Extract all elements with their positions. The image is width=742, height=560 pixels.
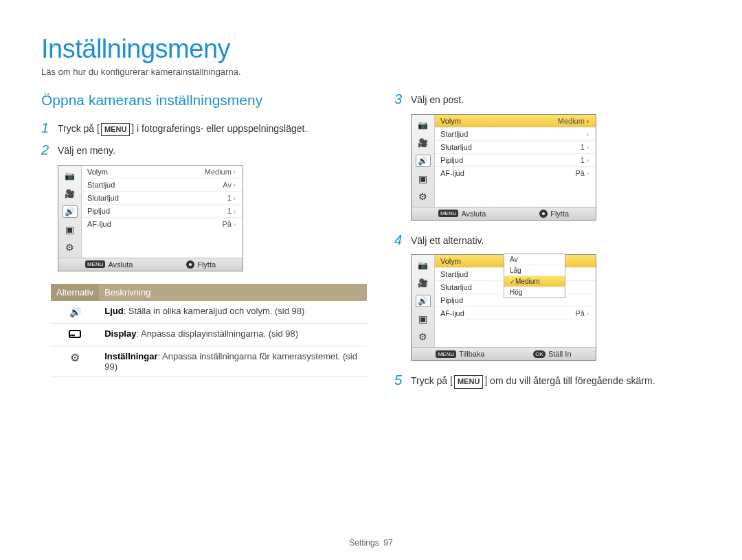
row-value: På [575, 169, 589, 177]
row-label: AF-ljud [440, 309, 464, 317]
foot-avsluta: Avsluta [461, 210, 486, 218]
settings-tab-icon [416, 331, 431, 343]
page-title: Inställningsmeny [41, 34, 701, 64]
camera-tab-icon [63, 170, 78, 182]
menu-pad-icon: MENU [436, 350, 456, 358]
video-tab-icon [63, 188, 78, 200]
row-label: AF-ljud [87, 220, 111, 228]
dpad-icon [186, 260, 194, 269]
step-5-text: Tryck på [MENU] om du vill återgå till f… [411, 373, 655, 388]
display-tab-icon [63, 223, 78, 236]
menu-pad-icon: MENU [438, 210, 459, 217]
menu-pad-icon: MENU [85, 260, 106, 268]
step-4-text: Välj ett alternativ. [411, 233, 484, 248]
sound-icon [69, 306, 81, 317]
step-number-1: 1 [41, 121, 58, 135]
lcd-screen-step2: VolymMedium StartljudAv Slutarljud1 Pipl… [58, 165, 243, 271]
popup-option-av: Av [504, 254, 565, 265]
row-value: 1 [581, 143, 589, 151]
popup-option-hog: Hög [504, 287, 565, 298]
options-table: Alternativ Beskrivning Ljud: Ställa in o… [51, 284, 367, 377]
section-heading: Öppna kamerans inställningsmeny [41, 92, 367, 109]
lcd-screen-step3: VolymMedium Startljud Slutarljud1 Piplju… [411, 114, 596, 221]
th-beskrivning: Beskrivning [99, 284, 367, 301]
row-label: Pipljud [87, 207, 110, 215]
table-row: Display: Anpassa displayinställningarna.… [51, 323, 367, 346]
gear-icon [70, 352, 80, 363]
dpad-icon [539, 210, 548, 218]
row-value: 1 [227, 194, 236, 202]
menu-button-icon: MENU [454, 375, 483, 388]
row-label: Slutarljud [440, 143, 472, 151]
row-value: 1 [581, 156, 589, 164]
row-label: Slutarljud [440, 283, 472, 291]
camera-tab-icon [416, 119, 431, 131]
th-alternativ: Alternativ [51, 284, 99, 301]
step-number-4: 4 [394, 233, 411, 247]
row-value: 1 [227, 207, 236, 215]
table-row: Ljud: Ställa in olika kameraljud och vol… [51, 301, 367, 324]
video-tab-icon [416, 277, 431, 289]
video-tab-icon [416, 137, 431, 149]
row-label: Pipljud [440, 156, 463, 164]
step-number-2: 2 [41, 143, 58, 157]
display-tab-icon [416, 172, 431, 185]
row-label: AF-ljud [440, 169, 464, 177]
row-label: Volym [87, 168, 108, 176]
step-1-text: Tryck på [MENU] i fotograferings- eller … [58, 121, 307, 136]
row-value: På [575, 309, 589, 317]
row-value: På [222, 220, 236, 228]
volume-popup: Av Låg Medium Hög [504, 254, 565, 298]
step-number-3: 3 [394, 92, 411, 106]
row-value: Medium [205, 168, 236, 176]
foot-tillbaka: Tillbaka [459, 350, 485, 358]
popup-option-lag: Låg [504, 265, 565, 276]
popup-option-medium: Medium [504, 276, 565, 287]
camera-tab-icon [416, 259, 431, 271]
row-label: Pipljud [440, 296, 463, 304]
foot-stallin: Ställ In [548, 350, 572, 358]
display-tab-icon [416, 313, 431, 325]
page-subtitle: Läs om hur du konfigurerar kamerainställ… [41, 67, 701, 77]
row-value [587, 130, 589, 138]
settings-tab-icon [416, 190, 431, 203]
row-label: Startljud [440, 270, 468, 278]
page-footer: Settings 97 [0, 538, 742, 548]
foot-flytta: Flytta [197, 260, 216, 269]
sound-tab-icon [416, 155, 431, 167]
row-value: Medium [558, 117, 589, 125]
sound-tab-icon [63, 205, 78, 218]
sound-tab-icon [416, 295, 431, 307]
lcd-screen-step4: Volym Startljud Slutarljud Pipljud AF-lj… [411, 254, 596, 361]
menu-button-icon: MENU [101, 123, 130, 136]
foot-flytta: Flytta [550, 210, 569, 218]
row-label: Startljud [440, 130, 468, 138]
display-icon [69, 330, 81, 338]
row-label: Startljud [87, 181, 115, 189]
row-label: Slutarljud [87, 194, 119, 202]
settings-tab-icon [63, 241, 78, 254]
row-label: Volym [440, 257, 461, 265]
row-value: Av [223, 181, 236, 189]
table-row: Inställningar: Anpassa inställningarna f… [51, 346, 367, 377]
step-number-5: 5 [394, 373, 411, 387]
row-label: Volym [440, 117, 461, 125]
foot-avsluta: Avsluta [108, 260, 133, 269]
step-2-text: Välj en meny. [58, 143, 115, 158]
step-3-text: Välj en post. [411, 92, 464, 107]
ok-pad-icon: OK [533, 350, 546, 358]
